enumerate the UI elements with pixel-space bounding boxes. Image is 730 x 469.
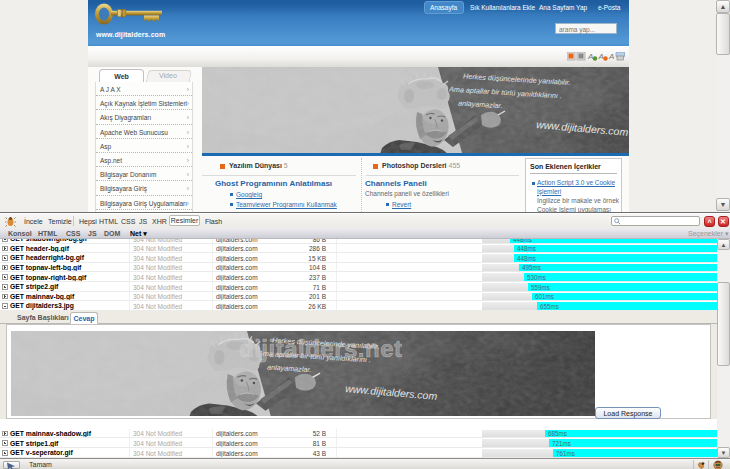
svg-text:A: A: [587, 52, 593, 61]
svg-text:A: A: [598, 52, 604, 61]
svg-text:dijitalders.net: dijitalders.net: [239, 335, 403, 362]
svg-text:A: A: [608, 52, 614, 61]
